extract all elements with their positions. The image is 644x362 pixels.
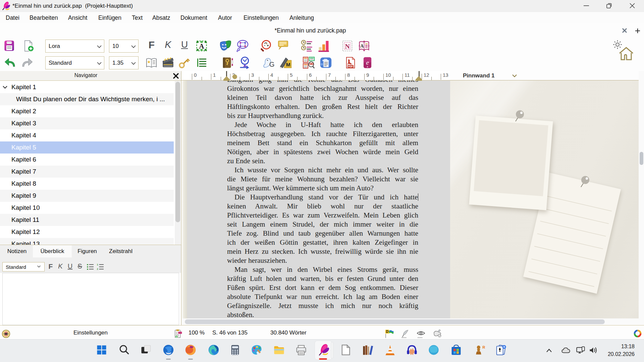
svg-text:A: A — [360, 44, 364, 49]
svg-text:N: N — [345, 43, 350, 50]
svg-text:PDF: PDF — [348, 65, 353, 68]
svg-text:D: D — [386, 330, 388, 334]
svg-text:M: M — [286, 62, 290, 67]
svg-text:A: A — [199, 42, 204, 50]
svg-text:2: 2 — [97, 268, 98, 270]
svg-text:1: 1 — [97, 263, 98, 266]
svg-text:G: G — [269, 61, 275, 68]
svg-text:R: R — [482, 345, 485, 349]
svg-text:e: e — [366, 59, 369, 66]
